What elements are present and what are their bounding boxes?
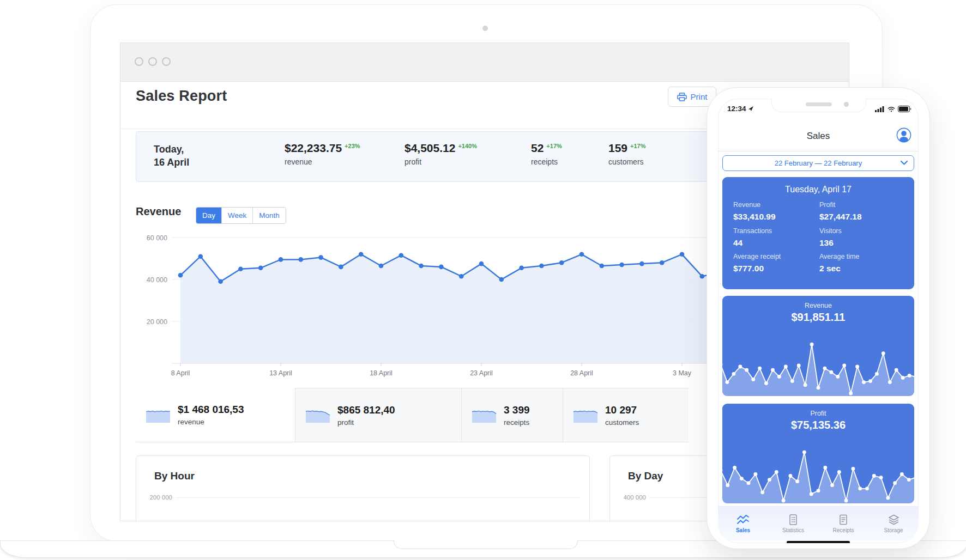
stat-label: profit	[404, 157, 477, 166]
total-cell-customers[interactable]: 10 297 customers	[563, 388, 689, 442]
wifi-icon	[887, 106, 896, 112]
tab-statistics[interactable]: Statistics	[768, 507, 818, 540]
day-summary-card: Tuesday, April 17 Revenue $33,410.99 Pro…	[722, 177, 914, 289]
period-segmented-control: Day Week Month	[196, 207, 286, 224]
stat-delta: +17%	[546, 143, 562, 149]
customers-sparkline-icon	[573, 407, 598, 423]
phone-revenue-card: Revenue $91,851.11	[722, 296, 914, 396]
total-label: customers	[605, 418, 639, 427]
svg-text:13 April: 13 April	[269, 369, 292, 377]
svg-text:18 April: 18 April	[370, 369, 393, 377]
revenue-card-value: $91,851.11	[722, 311, 914, 324]
profit-sparkline-icon	[305, 407, 330, 423]
stat-label: customers	[608, 157, 646, 166]
total-label: revenue	[178, 418, 244, 426]
day-card-title: Tuesday, April 17	[722, 185, 914, 194]
svg-text:8 April: 8 April	[171, 369, 190, 377]
axis-tick-label: 400 000	[618, 494, 646, 501]
total-value: 3 399	[504, 404, 530, 416]
divider	[718, 151, 919, 151]
gridline	[177, 497, 581, 498]
stat-delta: +23%	[345, 143, 360, 149]
phone-revenue-chart	[722, 335, 914, 396]
tab-storage[interactable]: Storage	[868, 507, 919, 540]
stat-value: $22,233.75	[285, 142, 342, 154]
phone-frame: 12:34	[707, 87, 930, 549]
stat-delta: +140%	[458, 143, 477, 149]
phone-screen-title: Sales	[718, 131, 919, 142]
by-hour-axis: 200 000	[144, 494, 581, 501]
speaker-slot	[806, 102, 832, 106]
profit-card-label: Profit	[722, 410, 914, 417]
receipt-icon	[838, 514, 849, 525]
phone-stat-revenue: Revenue $33,410.99	[733, 201, 776, 222]
revenue-card-label: Revenue	[722, 302, 914, 309]
phone-tabbar: Sales Statistics	[718, 506, 919, 540]
status-icons	[875, 106, 911, 112]
browser-titlebar	[120, 43, 849, 82]
by-hour-title: By Hour	[154, 470, 195, 482]
today-date: Today, 16 April	[154, 143, 189, 169]
totals-row: $1 468 016,53 revenue $865 812,40 profit…	[136, 388, 689, 442]
window-minimize-dot[interactable]	[148, 57, 157, 66]
phone-stat-transactions: Transactions 44	[733, 227, 772, 248]
laptop-hinge-notch	[394, 540, 578, 549]
print-button[interactable]: Print	[668, 87, 716, 107]
tab-label: Receipts	[833, 527, 854, 533]
chevron-down-icon	[901, 161, 908, 165]
summary-stat-customers: 159+17% customers	[608, 142, 646, 166]
stat-value: 52	[531, 142, 544, 154]
battery-icon	[898, 106, 911, 112]
svg-text:40 000: 40 000	[147, 276, 167, 284]
phone-stat-average-time: Average time 2 sec	[819, 253, 859, 273]
tab-month[interactable]: Month	[253, 208, 286, 223]
storage-layers-icon	[888, 514, 899, 525]
page-title: Sales Report	[136, 88, 227, 105]
total-cell-profit[interactable]: $865 812,40 profit	[295, 388, 461, 442]
date-range-label: 22 February — 22 February	[775, 159, 862, 167]
by-hour-panel: By Hour 200 000	[136, 455, 590, 521]
window-maximize-dot[interactable]	[162, 57, 171, 66]
axis-tick-label: 200 000	[144, 494, 172, 501]
stat-delta: +17%	[630, 143, 645, 149]
revenue-section-title: Revenue	[136, 205, 181, 218]
webcam-dot	[482, 26, 488, 31]
date-range-selector[interactable]: 22 February — 22 February	[722, 155, 914, 171]
by-day-title: By Day	[628, 470, 663, 482]
status-time: 12:34	[727, 105, 754, 113]
total-value: $865 812,40	[337, 404, 395, 416]
phone-header: Sales	[718, 127, 919, 151]
tab-week[interactable]: Week	[222, 208, 253, 223]
stat-label: receipts	[531, 157, 562, 166]
svg-text:28 April: 28 April	[570, 369, 593, 377]
window-close-dot[interactable]	[135, 57, 143, 66]
svg-text:23 April: 23 April	[470, 369, 493, 377]
total-cell-receipts[interactable]: 3 399 receipts	[461, 388, 563, 442]
revenue-sparkline-icon	[146, 407, 171, 423]
total-value: $1 468 016,53	[178, 404, 244, 416]
stat-label: revenue	[285, 157, 360, 166]
window-controls[interactable]	[135, 57, 171, 66]
svg-text:20 000: 20 000	[147, 318, 167, 326]
svg-text:3 May: 3 May	[673, 369, 692, 377]
front-camera-dot	[844, 102, 849, 107]
total-cell-revenue[interactable]: $1 468 016,53 revenue	[136, 388, 295, 442]
summary-stat-profit: $4,505.12+140% profit	[404, 142, 477, 166]
location-arrow-icon	[748, 106, 754, 112]
profile-avatar-icon[interactable]	[896, 127, 911, 143]
tab-day[interactable]: Day	[196, 208, 222, 223]
home-indicator[interactable]	[787, 541, 850, 543]
print-label: Print	[691, 92, 708, 101]
phone-notch	[771, 99, 866, 112]
phone-stat-profit: Profit $27,447.18	[819, 201, 862, 222]
total-label: receipts	[504, 418, 530, 427]
mockup-canvas: Sales Report Print Today, 16 April $22,2…	[0, 0, 966, 560]
tab-receipts[interactable]: Receipts	[818, 507, 868, 540]
stat-value: 159	[608, 142, 627, 154]
sales-chart-icon	[737, 514, 749, 525]
tab-label: Sales	[736, 527, 750, 533]
phone-profit-chart	[722, 443, 914, 503]
summary-stat-receipts: 52+17% receipts	[531, 142, 562, 166]
tab-label: Storage	[884, 527, 903, 533]
tab-sales[interactable]: Sales	[718, 507, 768, 540]
